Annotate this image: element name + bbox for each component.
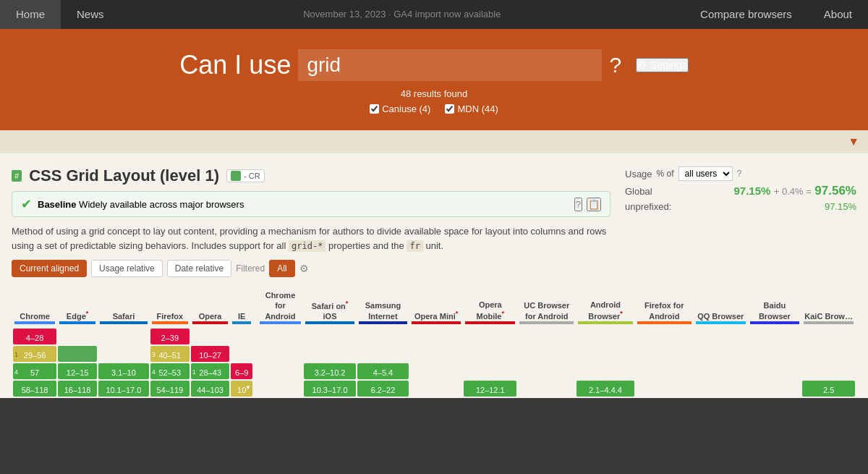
table-row: 457 12–15 3.1–10 452–53 128–43 6–9 3.2–1… (13, 363, 855, 379)
hero-section: Can I use ? ⚙ Settings 48 results found … (0, 29, 868, 130)
feature-header: # CSS Grid Layout (level 1) - CR ✔ Basel… (12, 166, 856, 286)
cr-icon (231, 171, 241, 181)
th-kaic: KaiC Brow… (802, 287, 855, 327)
th-safari-ios: Safari on*iOS (304, 287, 356, 327)
nav-home[interactable]: Home (0, 0, 61, 29)
th-opera-mini: Opera Mini* (410, 287, 463, 327)
usage-help-icon[interactable]: ? (737, 169, 742, 179)
filter-caniuse[interactable]: Caniuse (4) (370, 103, 430, 114)
code-grid: grid-* (289, 240, 326, 252)
gear-icon: ⚙ (637, 59, 647, 71)
btn-date-relative[interactable]: Date relative (167, 260, 231, 277)
th-chrome: Chrome (13, 287, 56, 327)
nav-announcement: November 13, 2023 · GA4 import now avail… (120, 0, 685, 29)
filter-mdn[interactable]: MDN (44) (445, 103, 498, 114)
th-uc: UC Browser for Android (518, 287, 575, 327)
th-safari: Safari (98, 287, 149, 327)
th-samsung: SamsungInternet (357, 287, 409, 327)
unprefixed-row: unprefixed: 97.15% (625, 201, 856, 212)
baseline-check-icon: ✔ (21, 196, 32, 212)
usage-panel: Usage % of all users ? Global 97.15% + 0… (625, 166, 856, 215)
feature-left: # CSS Grid Layout (level 1) - CR ✔ Basel… (12, 166, 610, 286)
global-total: 97.56% (814, 184, 856, 198)
compat-table-wrapper: Chrome Edge* Safari Firefox (12, 286, 856, 398)
code-fr: fr (407, 240, 422, 252)
th-firefox: Firefox (150, 287, 190, 327)
search-input[interactable] (298, 49, 602, 81)
filter-bar: ▼ (0, 130, 868, 153)
baseline-info-btn[interactable]: 📋 (587, 198, 601, 211)
usage-of: % of (657, 169, 674, 179)
usage-global-row: Global 97.15% + 0.4% = 97.56% (625, 184, 856, 198)
btn-all[interactable]: All (269, 260, 294, 277)
baseline-icons: ? 📋 (574, 198, 601, 211)
nav-news[interactable]: News (61, 0, 120, 29)
view-buttons: Current aligned Usage relative Date rela… (12, 260, 610, 277)
bookmark-icon[interactable]: # (12, 170, 22, 182)
question-mark: ? (609, 53, 621, 77)
unprefixed-label: unprefixed: (625, 201, 671, 212)
usage-title: Usage (625, 169, 652, 179)
btn-current-aligned[interactable]: Current aligned (12, 260, 87, 277)
th-edge: Edge* (58, 287, 97, 327)
settings-gear-icon[interactable]: ⚙ (299, 263, 309, 274)
feature-title: CSS Grid Layout (level 1) (29, 166, 219, 185)
global-pct: 97.15% (734, 185, 771, 197)
th-android: Android Browser* (576, 287, 634, 327)
th-baidu: Baidu Browser (749, 287, 801, 327)
baseline-row: ✔ Baseline Widely available across major… (12, 191, 610, 217)
results-count: 48 results found (14, 88, 854, 99)
baseline-help-btn[interactable]: ? (574, 198, 582, 211)
compat-table: Chrome Edge* Safari Firefox (12, 286, 856, 398)
th-opera-mobile: Opera Mobile* (464, 287, 516, 327)
cr-badge: - CR (226, 169, 265, 182)
cr-label: - CR (244, 172, 260, 180)
th-chrome-android: ChromeforAndroid (258, 287, 302, 327)
usage-values: 97.15% + 0.4% = 97.56% (734, 184, 857, 198)
nav-about[interactable]: About (808, 0, 868, 29)
th-ie: IE (231, 287, 252, 327)
filter-row: Caniuse (4) MDN (44) (14, 103, 854, 114)
unprefixed-pct: 97.15% (825, 201, 856, 212)
global-plus: + 0.4% = (774, 186, 812, 197)
th-qq: QQ Browser (694, 287, 747, 327)
usage-users-select[interactable]: all users (678, 166, 733, 181)
hero-prefix: Can I use (179, 50, 291, 80)
th-firefox-android: Firefox for Android (636, 287, 693, 327)
table-header-row: Chrome Edge* Safari Firefox (13, 287, 855, 327)
btn-usage-relative[interactable]: Usage relative (91, 260, 163, 277)
settings-button[interactable]: ⚙ Settings (636, 58, 689, 72)
main-content: # CSS Grid Layout (level 1) - CR ✔ Basel… (0, 153, 868, 398)
filter-icon[interactable]: ▼ (848, 135, 859, 148)
table-row: 4–28 2–39 (13, 329, 855, 344)
table-row: 129–56 340–51 10–27 (13, 346, 855, 362)
table-row: 58–118 16–118 10.1–17.0 54–119 44–103 ▼1… (13, 381, 855, 397)
nav-compare[interactable]: Compare browsers (684, 0, 808, 29)
th-opera: Opera (191, 287, 230, 327)
baseline-text: Baseline Widely available across major b… (38, 199, 244, 210)
feature-title-row: # CSS Grid Layout (level 1) - CR (12, 166, 610, 185)
usage-header: Usage % of all users ? (625, 166, 856, 181)
global-label: Global (625, 186, 652, 197)
filtered-label: Filtered (236, 263, 265, 274)
navigation: Home News November 13, 2023 · GA4 import… (0, 0, 868, 29)
feature-description: Method of using a grid concept to lay ou… (12, 224, 610, 253)
